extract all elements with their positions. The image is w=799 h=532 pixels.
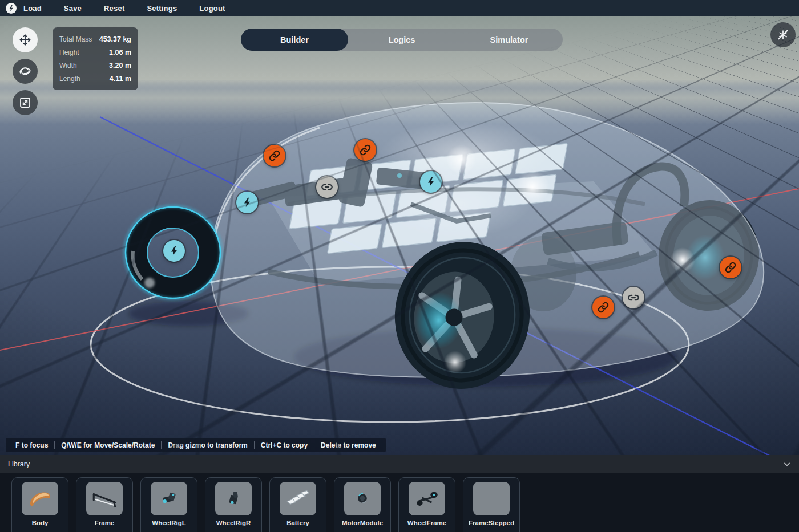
library-title: Library — [8, 460, 30, 468]
hint-remove: Delete to remove — [314, 441, 382, 449]
vehicle-stats-panel: Total Mass 453.37 kg Height 1.06 m Width… — [53, 27, 138, 90]
joint-link-badge[interactable] — [354, 139, 376, 161]
joint-link-badge[interactable] — [316, 176, 338, 198]
hint-move-scale-rotate: Q/W/E for Move/Scale/Rotate — [54, 441, 161, 449]
stat-length: Length 4.11 m — [59, 72, 131, 85]
scale-diagonal-icon — [18, 96, 32, 109]
stat-label: Length — [59, 75, 80, 83]
library-item-label: WheelRigR — [216, 519, 251, 526]
thumbnail-framestepped — [473, 482, 510, 515]
library-item-wheelrigl[interactable]: WheelRigL — [140, 477, 197, 532]
top-menu-bar: Load Save Reset Settings Logout — [0, 0, 799, 16]
library-item-label: Frame — [95, 519, 115, 526]
stat-width: Width 3.20 m — [59, 59, 131, 72]
joint-link-badge[interactable] — [264, 145, 285, 166]
power-connection-badge[interactable] — [420, 171, 442, 193]
joint-link-badge[interactable] — [623, 287, 644, 308]
power-bolt-icon — [241, 196, 253, 209]
app-screen: Load Save Reset Settings Logout — [0, 0, 799, 532]
link-icon — [321, 181, 333, 193]
library-item-motormodule[interactable]: MotorModule — [334, 477, 391, 532]
thumbnail-wheelrigr — [215, 482, 252, 515]
tab-simulator[interactable]: Simulator — [455, 29, 563, 51]
stat-value: 453.37 kg — [99, 35, 131, 43]
thumbnail-frame — [86, 482, 123, 515]
power-connection-badge[interactable] — [163, 240, 185, 262]
library-item-framestepped[interactable]: FrameStepped — [463, 477, 520, 532]
menu-reset[interactable]: Reset — [104, 4, 124, 13]
library-item-label: WheelFrame — [407, 519, 446, 526]
stat-value: 1.06 m — [109, 48, 131, 56]
thumbnail-body — [22, 482, 58, 515]
lightning-bolt-icon — [7, 5, 15, 12]
menu-logout[interactable]: Logout — [199, 4, 225, 13]
chain-link-icon — [268, 149, 281, 162]
power-bolt-icon — [168, 245, 180, 257]
menu-load[interactable]: Load — [23, 4, 42, 13]
library-item-label: MotorModule — [342, 519, 383, 526]
tab-builder[interactable]: Builder — [241, 29, 348, 51]
stat-label: Total Mass — [59, 35, 92, 43]
thumbnail-motormodule — [344, 482, 381, 515]
orbit-rotate-icon — [18, 64, 32, 78]
library-item-wheelrigr[interactable]: WheelRigR — [205, 477, 262, 532]
joint-link-badge[interactable] — [720, 257, 741, 278]
tab-logics[interactable]: Logics — [348, 29, 455, 51]
library-item-frame[interactable]: Frame — [76, 477, 133, 532]
library-item-body[interactable]: Body — [11, 477, 68, 532]
menu-settings[interactable]: Settings — [147, 4, 177, 13]
snap-disabled-icon — [777, 29, 789, 41]
library-panel: Body Frame WheelRigL WheelRigR Battery — [0, 473, 799, 532]
library-item-label: FrameStepped — [469, 519, 514, 526]
move-tool-button[interactable] — [13, 27, 38, 52]
thumbnail-wheelframe — [409, 482, 445, 515]
chain-link-icon — [359, 144, 372, 156]
chain-link-icon — [724, 261, 737, 274]
stat-value: 3.20 m — [109, 62, 131, 70]
scale-tool-button[interactable] — [13, 90, 38, 115]
thumbnail-wheelrigl — [151, 482, 187, 515]
menu-save[interactable]: Save — [64, 4, 82, 13]
chain-link-icon — [597, 301, 610, 314]
library-item-label: WheelRigL — [152, 519, 185, 526]
move-arrows-icon — [18, 33, 32, 47]
library-item-label: Body — [32, 519, 49, 526]
joint-link-badge[interactable] — [592, 297, 614, 318]
library-header[interactable]: Library — [0, 455, 799, 473]
power-connection-badge[interactable] — [236, 192, 258, 213]
stat-value: 4.11 m — [110, 75, 131, 83]
hint-gizmo: Drag gizmo to transform — [161, 441, 253, 449]
hint-copy: Ctrl+C to copy — [254, 441, 314, 449]
stat-total-mass: Total Mass 453.37 kg — [59, 33, 131, 46]
library-item-label: Battery — [286, 519, 309, 526]
viewport-3d[interactable]: Total Mass 453.37 kg Height 1.06 m Width… — [0, 16, 799, 455]
snap-toggle-button[interactable] — [770, 22, 796, 47]
power-bolt-icon — [425, 176, 437, 188]
library-item-wheelframe[interactable]: WheelFrame — [398, 477, 455, 532]
chevron-down-icon[interactable] — [783, 460, 791, 468]
library-item-battery[interactable]: Battery — [269, 477, 326, 532]
app-logo — [6, 3, 17, 14]
stat-label: Height — [59, 48, 79, 56]
shortcut-hints-bar: F to focus Q/W/E for Move/Scale/Rotate D… — [6, 438, 386, 452]
link-icon — [627, 291, 640, 304]
hint-focus: F to focus — [9, 441, 54, 449]
mode-tab-bar: Builder Logics Simulator — [241, 29, 563, 51]
thumbnail-battery — [280, 482, 316, 515]
rotate-tool-button[interactable] — [13, 59, 38, 84]
stat-height: Height 1.06 m — [59, 46, 131, 59]
stat-label: Width — [59, 62, 77, 70]
